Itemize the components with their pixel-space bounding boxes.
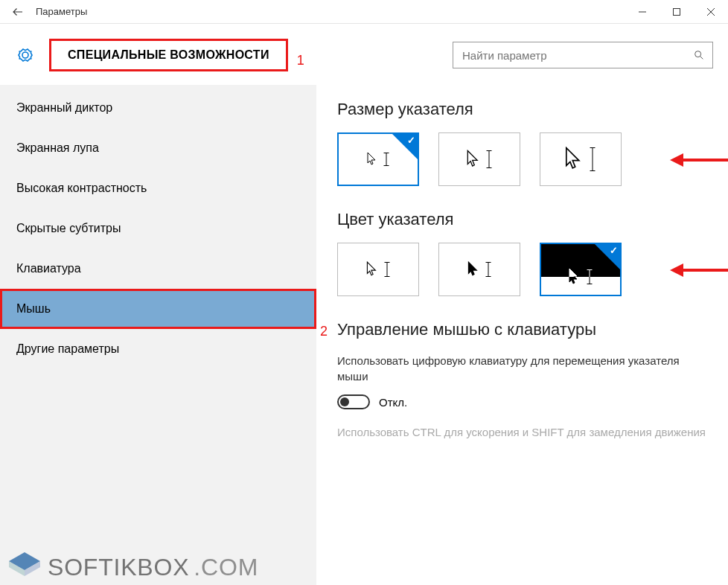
watermark-suffix: .COM (194, 554, 258, 581)
ctrl-shift-description: Использовать CTRL для ускорения и SHIFT … (337, 424, 707, 440)
cursor-arrow-icon (565, 147, 583, 172)
cursor-arrow-icon (366, 261, 378, 278)
minimize-icon (638, 7, 647, 16)
svg-rect-0 (674, 8, 680, 15)
mouse-keys-description: Использовать цифровую клавиатуру для пер… (337, 353, 707, 384)
watermark-logo-icon (6, 551, 43, 584)
maximize-icon (672, 7, 681, 16)
sidebar-item-label: Скрытые субтитры (16, 222, 121, 235)
annotation-arrow-icon (670, 263, 728, 277)
section-title: СПЕЦИАЛЬНЫЕ ВОЗМОЖНОСТИ (49, 39, 288, 71)
sidebar-item-other[interactable]: Другие параметры (0, 329, 316, 369)
sidebar-item-narrator[interactable]: Экранный диктор (0, 88, 316, 128)
cursor-arrow-icon (367, 152, 377, 167)
pointer-size-options: ✓ (337, 132, 707, 186)
cursor-preview (367, 152, 389, 167)
content: Размер указателя ✓ (316, 85, 728, 585)
header: СПЕЦИАЛЬНЫЕ ВОЗМОЖНОСТИ 1 (0, 24, 728, 85)
sidebar-item-closed-captions[interactable]: Скрытые субтитры (0, 208, 316, 249)
sidebar-item-label: Клавиатура (16, 262, 81, 275)
search-icon (693, 49, 705, 61)
pointer-color-black[interactable] (438, 243, 520, 296)
cursor-arrow-icon (467, 261, 479, 278)
watermark: SOFTIKBOX.COM (6, 551, 258, 584)
close-button[interactable] (694, 0, 728, 24)
gear-icon (16, 46, 34, 64)
cursor-preview (366, 261, 390, 278)
sidebar-item-magnifier[interactable]: Экранная лупа (0, 128, 316, 168)
search-input[interactable] (461, 48, 693, 63)
minimize-button[interactable] (625, 0, 660, 24)
ibeam-icon (383, 153, 389, 166)
ibeam-icon (384, 262, 390, 277)
cursor-arrow-icon (467, 150, 480, 169)
annotation-marker-1: 1 (297, 53, 304, 71)
maximize-button[interactable] (660, 0, 694, 24)
window-title: Параметры (36, 6, 625, 17)
sidebar-item-mouse[interactable]: Мышь (0, 289, 316, 329)
sidebar-item-label: Экранная лупа (16, 141, 99, 155)
sidebar-item-label: Другие параметры (16, 342, 119, 356)
ibeam-icon (587, 277, 593, 284)
pointer-size-small[interactable]: ✓ (337, 132, 419, 186)
pointer-size-heading: Размер указателя (337, 100, 707, 119)
check-icon: ✓ (610, 245, 618, 256)
pointer-color-white[interactable] (337, 243, 419, 296)
sidebar-item-label: Экранный диктор (16, 101, 112, 115)
svg-point-1 (695, 51, 701, 57)
mouse-keys-toggle-row: Откл. (337, 394, 707, 409)
check-icon: ✓ (407, 135, 415, 146)
sidebar-item-label: Мышь (16, 302, 51, 316)
cursor-preview (467, 261, 491, 278)
window-controls (625, 0, 728, 24)
sidebar-item-high-contrast[interactable]: Высокая контрастность (0, 168, 316, 208)
pointer-color-inverted[interactable]: ✓ (540, 243, 622, 296)
sidebar-item-keyboard[interactable]: Клавиатура (0, 249, 316, 289)
titlebar: Параметры (0, 0, 728, 24)
pointer-size-large[interactable] (540, 132, 622, 186)
cursor-preview (467, 150, 493, 169)
cursor-arrow-icon (569, 277, 579, 286)
body: Экранный диктор Экранная лупа Высокая ко… (0, 85, 728, 585)
pointer-color-options: ✓ (337, 243, 707, 296)
pointer-color-heading: Цвет указателя (337, 210, 707, 229)
close-icon (706, 7, 715, 16)
annotation-arrow-icon (670, 153, 728, 167)
ibeam-icon (485, 262, 491, 277)
mouse-keys-heading: Управление мышью с клавиатуры (337, 320, 707, 339)
ibeam-icon (589, 147, 597, 171)
back-button[interactable] (0, 0, 36, 24)
watermark-text: SOFTIKBOX (48, 554, 189, 581)
ibeam-icon (486, 150, 493, 168)
arrow-left-icon (11, 5, 25, 19)
sidebar-item-label: Высокая контрастность (16, 182, 147, 195)
toggle-state-label: Откл. (379, 396, 407, 409)
toggle-knob-icon (340, 397, 349, 406)
sidebar: Экранный диктор Экранная лупа Высокая ко… (0, 85, 316, 585)
search-box[interactable] (453, 42, 713, 68)
pointer-size-medium[interactable] (438, 132, 520, 186)
cursor-preview (565, 147, 597, 172)
mouse-keys-toggle[interactable] (337, 394, 370, 409)
